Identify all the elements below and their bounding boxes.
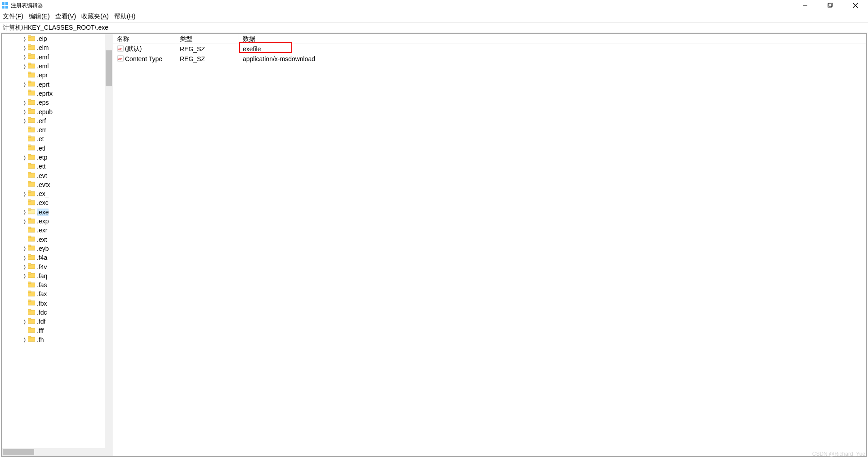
tree-item[interactable]: ❯ .fdf	[2, 317, 113, 326]
column-header-data[interactable]: 数据	[239, 34, 866, 44]
tree-item[interactable]: ❯ .faq	[2, 271, 113, 280]
chevron-right-icon[interactable]: ❯	[23, 45, 27, 50]
tree-item[interactable]: ❯ .epub	[2, 107, 113, 116]
tree-item-label: .eip	[37, 35, 47, 42]
tree-item[interactable]: ❯ .eml	[2, 62, 113, 71]
chevron-right-icon[interactable]: ❯	[23, 255, 27, 260]
chevron-right-icon[interactable]: ❯	[23, 54, 27, 59]
folder-icon	[28, 117, 37, 125]
svg-rect-14	[28, 53, 31, 55]
tree-item[interactable]: ❯ .eprtx	[2, 89, 113, 98]
svg-rect-1	[5, 2, 8, 5]
values-panel: 名称 类型 数据 ab (默认)REG_SZexefile ab Content…	[113, 34, 866, 456]
tree-item[interactable]: ❯ .etl	[2, 144, 113, 153]
menu-favorites[interactable]: 收藏夹(A)	[81, 13, 109, 21]
chevron-right-icon[interactable]: ❯	[23, 118, 27, 123]
svg-rect-34	[28, 145, 31, 147]
folder-icon	[28, 290, 37, 298]
menu-help[interactable]: 帮助(H)	[114, 13, 135, 21]
chevron-right-icon[interactable]: ❯	[23, 191, 27, 196]
folder-icon	[28, 44, 37, 52]
tree-item[interactable]: ❯ .evt	[2, 171, 113, 180]
menu-edit[interactable]: 编辑(E)	[29, 13, 50, 21]
tree-item[interactable]: ❯ .fbx	[2, 299, 113, 308]
folder-icon	[28, 89, 37, 97]
chevron-right-icon[interactable]: ❯	[23, 109, 27, 114]
tree-item[interactable]: ❯ .fff	[2, 326, 113, 335]
folder-icon	[28, 99, 37, 107]
chevron-right-icon[interactable]: ❯	[23, 155, 27, 160]
tree-item[interactable]: ❯ .exp	[2, 217, 113, 226]
tree-item-label: .evtx	[37, 181, 50, 188]
folder-icon	[28, 108, 37, 116]
folder-icon	[28, 299, 37, 307]
folder-icon	[28, 199, 37, 207]
chevron-right-icon[interactable]: ❯	[23, 246, 27, 251]
chevron-right-icon[interactable]: ❯	[23, 219, 27, 224]
tree-item[interactable]: ❯ .fdc	[2, 308, 113, 317]
tree-item[interactable]: ❯ .fh	[2, 335, 113, 344]
tree-item[interactable]: ❯ .eyb	[2, 244, 113, 253]
menu-bar: 文件(F) 编辑(E) 查看(V) 收藏夹(A) 帮助(H)	[0, 11, 868, 22]
svg-rect-36	[28, 154, 31, 156]
chevron-right-icon[interactable]: ❯	[23, 36, 27, 41]
tree-item[interactable]: ❯ .elm	[2, 43, 113, 52]
chevron-right-icon[interactable]: ❯	[23, 82, 27, 87]
registry-tree[interactable]: ❯ .eip❯ .elm❯ .emf❯ .eml❯ .epr❯ .eprt❯ .…	[2, 34, 113, 448]
list-row[interactable]: ab Content TypeREG_SZapplication/x-msdow…	[113, 54, 866, 64]
tree-item-label: .fax	[37, 290, 47, 298]
tree-item-label: .eyb	[37, 245, 49, 252]
tree-horizontal-scrollbar[interactable]	[2, 448, 113, 456]
tree-item[interactable]: ❯ .ett	[2, 162, 113, 171]
tree-item[interactable]: ❯ .exr	[2, 226, 113, 235]
tree-item[interactable]: ❯ .exe	[2, 208, 113, 217]
value-name: Content Type	[125, 55, 162, 62]
folder-icon	[28, 190, 37, 198]
tree-item[interactable]: ❯ .f4a	[2, 253, 113, 262]
column-header-name[interactable]: 名称	[113, 34, 176, 44]
tree-item[interactable]: ❯ .etp	[2, 153, 113, 162]
address-bar[interactable]: 计算机\HKEY_CLASSES_ROOT\.exe	[0, 22, 868, 32]
tree-item-label: .elm	[37, 44, 49, 51]
folder-icon	[28, 245, 37, 252]
close-button[interactable]	[843, 0, 868, 11]
chevron-right-icon[interactable]: ❯	[23, 209, 27, 214]
svg-rect-26	[28, 108, 31, 110]
minimize-button[interactable]	[792, 0, 818, 11]
tree-item[interactable]: ❯ .fax	[2, 289, 113, 298]
list-row[interactable]: ab (默认)REG_SZexefile	[113, 44, 866, 54]
chevron-right-icon[interactable]: ❯	[23, 319, 27, 324]
title-bar: 注册表编辑器	[0, 0, 868, 11]
tree-item[interactable]: ❯ .et	[2, 134, 113, 143]
chevron-right-icon[interactable]: ❯	[23, 64, 27, 69]
tree-item[interactable]: ❯ .f4v	[2, 262, 113, 271]
tree-item[interactable]: ❯ .exc	[2, 198, 113, 207]
chevron-right-icon[interactable]: ❯	[23, 273, 27, 278]
maximize-button[interactable]	[818, 0, 843, 11]
tree-item[interactable]: ❯ .eip	[2, 34, 113, 43]
svg-rect-60	[28, 263, 31, 265]
tree-item[interactable]: ❯ .ext	[2, 235, 113, 244]
tree-item[interactable]: ❯ .fas	[2, 280, 113, 289]
tree-item[interactable]: ❯ .emf	[2, 53, 113, 62]
menu-view[interactable]: 查看(V)	[55, 13, 76, 21]
list-header: 名称 类型 数据	[113, 34, 866, 44]
svg-rect-24	[28, 99, 31, 101]
tree-item[interactable]: ❯ .err	[2, 125, 113, 134]
tree-item[interactable]: ❯ .erf	[2, 116, 113, 125]
chevron-right-icon[interactable]: ❯	[23, 264, 27, 269]
value-type: REG_SZ	[176, 55, 239, 62]
tree-vertical-scrollbar[interactable]	[105, 34, 113, 448]
column-header-type[interactable]: 类型	[176, 34, 239, 44]
svg-rect-68	[28, 300, 31, 302]
tree-item-label: .eml	[37, 62, 49, 70]
tree-item[interactable]: ❯ .eprt	[2, 80, 113, 89]
menu-file[interactable]: 文件(F)	[3, 13, 23, 21]
tree-item[interactable]: ❯ .eps	[2, 98, 113, 107]
watermark: CSDN @Richard_Yue	[812, 451, 865, 457]
tree-item[interactable]: ❯ .evtx	[2, 180, 113, 189]
tree-item[interactable]: ❯ .ex_	[2, 189, 113, 198]
tree-item[interactable]: ❯ .epr	[2, 71, 113, 80]
chevron-right-icon[interactable]: ❯	[23, 100, 27, 105]
chevron-right-icon[interactable]: ❯	[23, 337, 27, 342]
